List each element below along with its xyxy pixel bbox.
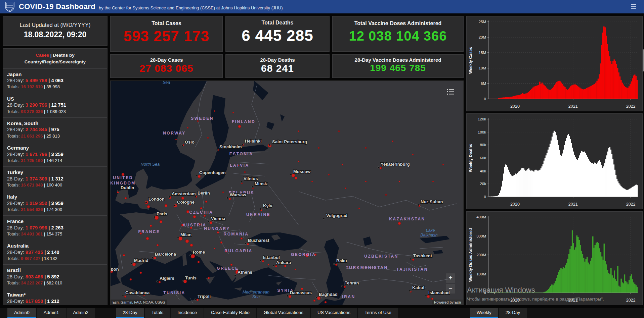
outbreak-dot[interactable] [197,299,199,301]
chart-bars[interactable] [489,131,638,197]
outbreak-dot[interactable] [214,248,215,249]
outbreak-dot[interactable] [399,181,400,182]
country-list-panel[interactable]: Cases | Deaths by Country/Region/Soverei… [3,48,108,305]
tab-totals[interactable]: Totals [145,308,170,318]
outbreak-dot[interactable] [198,175,201,178]
tab-terms-of-use[interactable]: Terms of Use [358,308,398,318]
outbreak-dot[interactable] [365,181,367,182]
outbreak-dot[interactable] [229,198,231,200]
outbreak-dot[interactable] [392,141,393,142]
outbreak-dot[interactable] [130,278,132,280]
outbreak-dot[interactable] [217,231,219,233]
chart-bars[interactable] [489,230,638,293]
outbreak-dot[interactable] [358,208,360,209]
tab-28-day[interactable]: 28-Day [116,308,144,318]
outbreak-dot[interactable] [125,197,127,199]
outbreak-dot[interactable] [365,147,367,149]
outbreak-dot[interactable] [207,137,209,139]
tab-admin0[interactable]: Admin0 [7,308,36,318]
outbreak-dot[interactable] [123,254,125,256]
outbreak-dot[interactable] [181,197,184,200]
outbreak-dot[interactable] [205,201,207,203]
outbreak-dot[interactable] [262,260,264,262]
outbreak-dot[interactable] [193,215,196,218]
outbreak-dot[interactable] [344,286,346,288]
country-row[interactable]: US28-Day: 3 290 796 | 12 751Totals: 93 2… [3,93,107,117]
tab-case-fatality-ratio[interactable]: Case-Fatality Ratio [204,308,256,318]
outbreak-dot[interactable] [317,297,320,300]
country-row[interactable]: Korea, South28-Day: 2 744 845 | 975Total… [3,117,107,142]
tab-admin1[interactable]: Admin1 [37,308,66,318]
outbreak-dot[interactable] [295,269,296,270]
outbreak-dot[interactable] [301,288,303,290]
outbreak-dot[interactable] [275,265,277,267]
outbreak-dot[interactable] [328,174,330,175]
outbreak-dot[interactable] [345,188,346,189]
outbreak-dot[interactable] [298,161,299,162]
outbreak-dot[interactable] [238,125,241,128]
map-zoom-in-button[interactable]: + [446,273,455,283]
outbreak-dot[interactable] [380,167,382,169]
tab-weekly[interactable]: Weekly [470,308,498,318]
outbreak-dot[interactable] [295,177,297,179]
outbreak-dot[interactable] [318,147,319,149]
outbreak-dot[interactable] [160,220,162,223]
outbreak-dot[interactable] [432,181,434,182]
outbreak-dot[interactable] [232,112,234,113]
country-row[interactable]: France28-Day: 1 079 996 | 2 263Totals: 3… [3,215,107,240]
outbreak-dot[interactable] [292,174,295,177]
outbreak-dot[interactable] [214,110,215,112]
outbreak-dot[interactable] [412,259,414,261]
world-map[interactable]: SWEDENFINLANDNORWAYESTONIALATVIAUNITEDKI… [110,81,464,305]
tab-28-day[interactable]: 28-Day [499,308,527,318]
tab-admin2[interactable]: Admin2 [67,308,95,318]
outbreak-dot[interactable] [204,215,206,217]
outbreak-dot[interactable] [427,295,430,298]
outbreak-dot[interactable] [313,300,315,302]
outbreak-dot[interactable] [311,181,313,182]
outbreak-dot[interactable] [200,207,202,209]
outbreak-dot[interactable] [154,257,156,259]
outbreak-dot[interactable] [398,222,401,225]
map-canvas[interactable]: SWEDENFINLANDNORWAYESTONIALATVIAUNITEDKI… [111,81,463,305]
tab-global-vaccinations[interactable]: Global Vaccinations [257,308,310,318]
outbreak-dot[interactable] [325,301,327,303]
outbreak-dot[interactable] [187,127,188,128]
outbreak-dot[interactable] [247,243,249,245]
outbreak-dot[interactable] [191,254,195,258]
country-row[interactable]: Japan28-Day: 5 499 768 | 4 063Totals: 16… [3,68,107,93]
tab-us-vaccinations[interactable]: US Vaccinations [311,308,357,318]
outbreak-dot[interactable] [157,244,159,246]
outbreak-dot[interactable] [298,130,299,132]
outbreak-dot[interactable] [140,272,142,274]
outbreak-dot[interactable] [159,281,161,283]
country-row[interactable]: Germany28-Day: 1 671 796 | 3 259Totals: … [3,142,107,166]
outbreak-dot[interactable] [230,264,232,266]
country-row[interactable]: Turkey28-Day: 1 374 309 | 1 312Totals: 1… [3,166,107,191]
outbreak-dot[interactable] [268,264,269,265]
outbreak-dot[interactable] [198,261,200,263]
outbreak-dot[interactable] [185,240,189,243]
hamburger-menu-icon[interactable]: ☰ [628,3,639,11]
map-zoom-out-button[interactable]: − [446,284,455,294]
legend-list-icon[interactable] [446,88,455,95]
outbreak-dot[interactable] [124,296,126,298]
outbreak-dot[interactable] [132,263,136,266]
outbreak-dot[interactable] [335,264,337,266]
outbreak-dot[interactable] [222,192,224,193]
outbreak-dot[interactable] [146,237,149,240]
country-row[interactable]: Brazil28-Day: 803 466 | 5 892Totals: 34 … [3,264,107,289]
outbreak-dot[interactable] [220,242,222,244]
cases-toggle[interactable]: Cases [36,53,49,58]
outbreak-dot[interactable] [289,295,291,298]
outbreak-dot[interactable] [147,205,150,208]
country-row[interactable]: Italy28-Day: 1 219 352 | 3 959Totals: 21… [3,191,107,215]
tab-incidence[interactable]: Incidence [171,308,204,318]
country-row[interactable]: Taiwan*28-Day: 617 850 | 1 212Totals: 4 … [3,289,107,305]
outbreak-dot[interactable] [210,221,212,224]
outbreak-dot[interactable] [338,130,340,132]
outbreak-dot[interactable] [165,204,167,207]
outbreak-dot[interactable] [412,154,414,155]
outbreak-dot[interactable] [190,244,193,247]
outbreak-dot[interactable] [385,194,387,196]
